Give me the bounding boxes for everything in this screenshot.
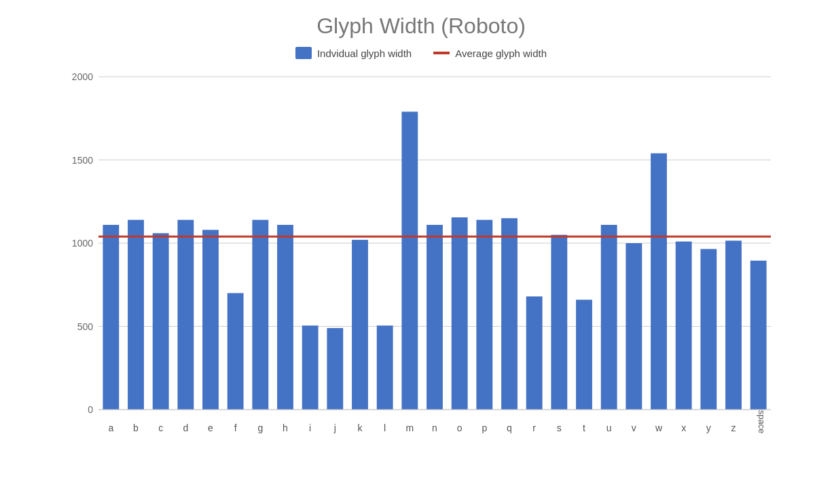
x-label-g: g — [257, 422, 263, 433]
x-label-y: y — [706, 422, 711, 433]
bar-s — [551, 235, 567, 410]
bar-d — [177, 220, 194, 410]
svg-text:500: 500 — [77, 321, 94, 332]
x-label-j: j — [333, 422, 336, 433]
svg-text:1500: 1500 — [72, 155, 93, 166]
bar-b — [128, 220, 144, 410]
x-label-z: z — [731, 422, 736, 433]
bar-m — [401, 111, 418, 410]
bar-z — [725, 240, 742, 410]
x-label-k: k — [358, 422, 363, 433]
bar-y — [700, 249, 717, 410]
x-label-s: s — [557, 422, 562, 433]
x-label-w: w — [655, 422, 663, 433]
legend-item-line: Average glyph width — [433, 48, 547, 59]
bar-g — [252, 220, 268, 410]
x-label-r: r — [532, 422, 536, 433]
legend-line-label: Average glyph width — [455, 48, 547, 59]
svg-text:1000: 1000 — [72, 238, 93, 249]
x-label-f: f — [234, 422, 237, 433]
x-label-x: x — [681, 422, 686, 433]
bar-x — [676, 242, 692, 410]
bar-h — [277, 225, 293, 410]
bar-p — [476, 220, 492, 410]
chart-svg: 0500100015002000abcdefghijklmnopqrstuvwx… — [54, 70, 788, 450]
x-label-q: q — [507, 422, 512, 433]
legend-line-icon — [433, 52, 450, 54]
bar-q — [501, 218, 518, 410]
x-label-i: i — [309, 422, 311, 433]
bar-w — [651, 154, 667, 410]
bar-space — [750, 261, 767, 410]
bar-n — [427, 225, 443, 410]
bar-t — [576, 300, 592, 410]
bar-e — [202, 230, 219, 410]
x-label-h: h — [283, 422, 288, 433]
bar-r — [526, 296, 543, 410]
bar-i — [302, 325, 319, 410]
x-label-b: b — [133, 422, 139, 433]
x-label-v: v — [632, 422, 636, 433]
x-label-e: e — [208, 422, 213, 433]
chart-area: 0500100015002000abcdefghijklmnopqrstuvwx… — [54, 70, 788, 453]
bar-a — [103, 225, 119, 410]
x-label-d: d — [183, 422, 188, 433]
legend-item-bar: Indvidual glyph width — [295, 47, 412, 59]
bar-f — [228, 293, 244, 410]
legend-bar-label: Indvidual glyph width — [317, 48, 412, 59]
bar-u — [601, 225, 617, 410]
x-label-n: n — [432, 422, 437, 433]
x-label-p: p — [482, 422, 487, 433]
bar-k — [352, 240, 368, 410]
svg-text:2000: 2000 — [72, 71, 93, 82]
bar-j — [327, 328, 343, 410]
x-label-t: t — [583, 422, 585, 433]
x-label-c: c — [158, 422, 163, 433]
x-label-m: m — [405, 422, 414, 433]
chart-container: Glyph Width (Roboto) Indvidual glyph wid… — [0, 0, 815, 504]
x-label-o: o — [457, 422, 463, 433]
svg-text:0: 0 — [88, 404, 93, 415]
bar-o — [452, 217, 468, 410]
legend-bar-icon — [295, 47, 312, 59]
x-label-l: l — [384, 422, 386, 433]
x-label-space: space — [757, 410, 767, 434]
x-label-a: a — [108, 422, 113, 433]
bar-l — [377, 325, 393, 410]
chart-title: Glyph Width (Roboto) — [54, 14, 788, 39]
bar-v — [626, 243, 642, 410]
x-label-u: u — [606, 422, 612, 433]
legend: Indvidual glyph width Average glyph widt… — [54, 47, 788, 59]
bar-c — [153, 233, 169, 410]
